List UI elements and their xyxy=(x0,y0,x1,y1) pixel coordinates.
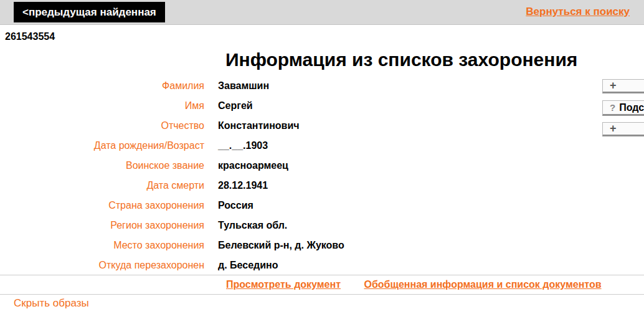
field-row-reburied-from: Откуда перезахоронен д. Беседино xyxy=(0,255,644,275)
add-row-button-patronymic[interactable]: + xyxy=(602,122,644,136)
plus-icon: + xyxy=(610,79,617,92)
field-row-burial-place: Место захоронения Белевский р-н, д. Жуко… xyxy=(0,235,644,255)
field-row-patronymic: Отчество Константинович xyxy=(0,116,644,136)
field-value-surname: Завамшин xyxy=(218,76,269,96)
hide-images-link[interactable]: Скрыть образы xyxy=(14,297,89,309)
field-value-given-name: Сергей xyxy=(218,96,253,116)
field-row-birth-date: Дата рождения/Возраст __.__.1903 xyxy=(0,136,644,156)
field-label-death-date: Дата смерти xyxy=(0,176,204,196)
field-value-military-rank: красноармеец xyxy=(218,156,288,176)
question-mark-icon: ? xyxy=(610,102,615,113)
back-to-search-link[interactable]: Вернуться к поиску xyxy=(526,6,630,18)
page-title: Информация из списков захоронения xyxy=(225,49,577,70)
field-row-surname: Фамилия Завамшин xyxy=(0,76,644,96)
field-value-burial-place: Белевский р-н, д. Жуково xyxy=(218,235,344,255)
field-label-burial-country: Страна захоронения xyxy=(0,196,204,216)
field-row-burial-country: Страна захоронения Россия xyxy=(0,196,644,216)
field-label-given-name: Имя xyxy=(0,96,204,116)
top-bar: <предыдущая найденная Вернуться к поиску xyxy=(0,0,644,25)
record-id: 261543554 xyxy=(5,31,55,42)
burial-info-table: Фамилия Завамшин Имя Сергей Отчество Кон… xyxy=(0,76,644,275)
field-label-birth-date: Дата рождения/Возраст xyxy=(0,136,204,156)
field-row-death-date: Дата смерти 28.12.1941 xyxy=(0,176,644,196)
field-value-reburied-from: д. Беседино xyxy=(218,255,278,275)
field-label-burial-region: Регион захоронения xyxy=(0,216,204,235)
add-row-button-surname[interactable]: + xyxy=(602,79,644,93)
field-label-military-rank: Воинское звание xyxy=(0,156,204,176)
field-label-patronymic: Отчество xyxy=(0,116,204,136)
field-label-reburied-from: Откуда перезахоронен xyxy=(0,255,204,275)
plus-icon: + xyxy=(610,122,617,135)
field-row-military-rank: Воинское звание красноармеец xyxy=(0,156,644,176)
field-value-patronymic: Константинович xyxy=(218,116,300,136)
field-row-given-name: Имя Сергей xyxy=(0,96,644,116)
field-label-burial-place: Место захоронения xyxy=(0,235,204,255)
field-label-surname: Фамилия xyxy=(0,76,204,96)
field-value-birth-date: __.__.1903 xyxy=(218,136,268,156)
hint-label: Подс xyxy=(619,102,644,113)
view-document-link[interactable]: Просмотреть документ xyxy=(226,279,341,290)
field-value-burial-region: Тульская обл. xyxy=(218,216,287,235)
summary-info-link[interactable]: Обобщенная информация и список документо… xyxy=(364,279,601,290)
field-value-death-date: 28.12.1941 xyxy=(218,176,268,196)
field-row-burial-region: Регион захоронения Тульская обл. xyxy=(0,216,644,235)
field-value-burial-country: Россия xyxy=(218,196,253,216)
previous-found-button[interactable]: <предыдущая найденная xyxy=(14,2,165,22)
footer-links-row: Просмотреть документ Обобщенная информац… xyxy=(0,275,644,295)
hint-button[interactable]: ?Подс xyxy=(602,100,644,116)
